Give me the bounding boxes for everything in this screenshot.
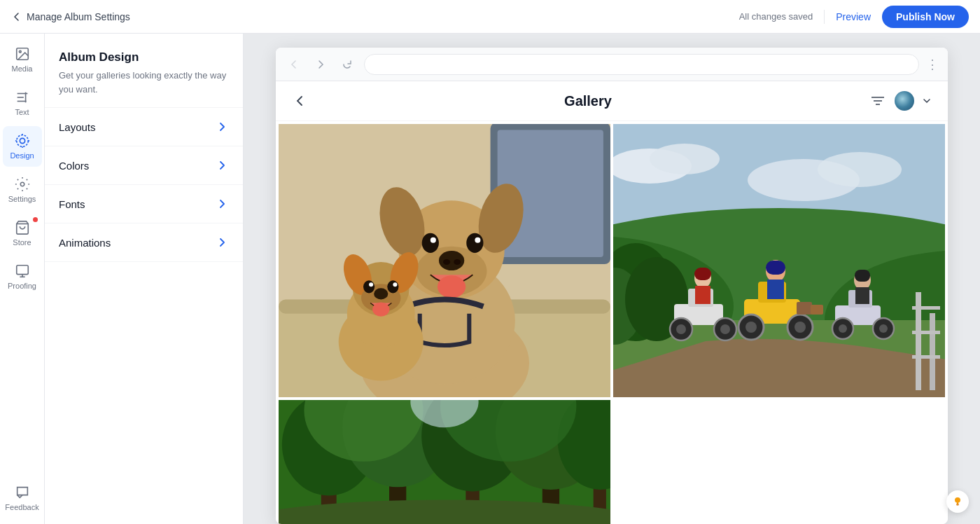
svg-point-7 [16,135,28,147]
panel-header: Album Design Get your galleries looking … [45,34,243,108]
svg-point-34 [438,275,465,298]
sidebar-item-design-label: Design [10,151,34,160]
sidebar-item-text-label: Text [15,108,29,116]
svg-point-33 [454,259,461,265]
sidebar-item-store-label: Store [13,238,31,247]
browser-back-button[interactable] [284,55,304,74]
gallery-grid [276,121,948,524]
proofing-icon [15,263,30,279]
svg-rect-85 [695,286,710,304]
sidebar-item-text[interactable]: Text [3,83,42,123]
svg-point-12 [20,182,24,186]
svg-rect-62 [930,313,935,390]
svg-point-37 [430,237,436,243]
browser-mockup: ⋮ Gallery [276,48,948,524]
svg-point-48 [387,280,398,293]
svg-point-90 [839,324,847,333]
svg-rect-86 [694,268,711,280]
svg-point-45 [374,288,388,299]
sidebar-item-design[interactable]: Design [3,126,42,167]
panel-item-colors[interactable]: Colors [45,146,243,185]
browser-menu-dots[interactable]: ⋮ [926,57,939,72]
preview-button[interactable]: Preview [836,11,871,22]
svg-rect-77 [766,261,785,275]
chevron-right-icon-fonts [216,198,229,210]
dogs-svg [279,124,610,397]
topbar-divider [824,10,825,24]
gallery-globe-icon[interactable] [895,91,914,111]
svg-point-6 [20,138,24,143]
svg-point-38 [475,237,480,243]
moto-svg [613,124,945,397]
panel-item-fonts-label: Fonts [59,198,85,210]
lightbulb-icon [952,496,963,507]
gallery-filter-icon[interactable] [869,94,886,108]
browser-refresh-icon [342,60,352,69]
browser-refresh-button[interactable] [337,55,357,74]
panel-sidebar: Album Design Get your galleries looking … [45,34,244,524]
saved-status: All changes saved [739,11,813,22]
panel-item-colors-label: Colors [59,160,89,172]
svg-point-46 [372,303,389,317]
svg-rect-96 [797,302,812,315]
forest-svg [279,400,610,524]
panel-subtitle: Get your galleries looking exactly the w… [59,69,229,96]
settings-icon [15,177,30,192]
svg-rect-14 [16,266,28,275]
browser-toolbar: ⋮ [276,48,948,81]
panel-item-animations[interactable]: Animations [45,223,243,262]
panel-item-layouts-label: Layouts [59,121,96,133]
sidebar-item-feedback-label: Feedback [5,503,38,511]
svg-point-31 [439,251,464,270]
browser-address-bar[interactable] [364,54,919,75]
sidebar-item-proofing[interactable]: Proofing [3,256,42,297]
gallery-header: Gallery [276,81,948,121]
gallery-dropdown-icon[interactable] [923,97,931,105]
text-icon [15,90,30,105]
gallery-controls [869,91,931,111]
svg-point-56 [818,152,902,187]
svg-point-72 [746,322,757,333]
svg-point-50 [393,282,397,287]
back-button[interactable]: Manage Album Settings [11,11,130,22]
lightbulb-button[interactable] [946,490,969,513]
browser-back-icon [289,60,299,69]
svg-point-32 [443,259,450,265]
gallery-area: Gallery [276,81,948,524]
topbar: Manage Album Settings All changes saved … [0,0,980,34]
back-label: Manage Album Settings [27,11,130,22]
svg-point-35 [422,233,439,253]
panel-title: Album Design [59,50,229,64]
sidebar-item-feedback[interactable]: Feedback [3,478,42,518]
sidebar-item-media-label: Media [12,64,33,73]
panel-item-fonts[interactable]: Fonts [45,185,243,223]
sidebar-item-media[interactable]: Media [3,39,42,80]
image-icon [15,46,30,62]
svg-rect-94 [855,287,869,304]
panel-item-layouts[interactable]: Layouts [45,108,243,146]
svg-point-36 [466,233,483,253]
icon-sidebar: Media Text Design [0,34,45,524]
feedback-icon [15,485,30,500]
gallery-back-button[interactable] [293,94,307,108]
store-icon [15,220,30,235]
svg-point-91 [879,324,888,333]
chevron-right-icon-colors [216,159,229,172]
sidebar-item-settings-label: Settings [8,195,36,203]
sidebar-item-proofing-label: Proofing [8,282,36,290]
browser-forward-button[interactable] [311,55,330,74]
gallery-back-arrow-icon [293,94,307,108]
browser-forward-icon [316,60,326,69]
gallery-image-dogs [279,124,610,397]
store-badge [33,217,38,222]
svg-rect-65 [912,355,940,359]
sidebar-item-store[interactable]: Store [3,213,42,254]
svg-point-47 [363,280,374,293]
publish-button[interactable]: Publish Now [882,6,969,28]
svg-rect-117 [957,505,959,506]
svg-rect-97 [811,305,823,315]
chevron-right-icon [216,120,229,133]
sidebar-item-settings[interactable]: Settings [3,170,42,210]
svg-point-73 [794,322,806,333]
gallery-image-motorcycles [613,124,945,397]
